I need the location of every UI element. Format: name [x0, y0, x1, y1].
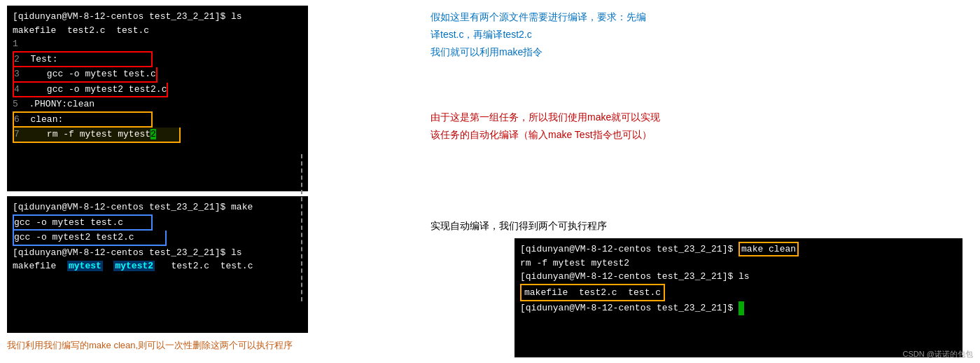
- annotation-make-result: 实现自动编译，我们得到两个可执行程序: [430, 217, 607, 235]
- makeclean-ls-result: makefile test2.c test.c: [520, 284, 665, 302]
- prompt-line: [qidunyan@VM-8-12-centos test_23_2_21]$ …: [13, 11, 242, 22]
- make-line1: gcc -o mytest test.c: [13, 214, 153, 231]
- makeclean-prompt: [qidunyan@VM-8-12-centos test_23_2_21]$ …: [520, 242, 799, 256]
- annotation-mid1: 由于这是第一组任务，所以我们使用make就可以实现: [430, 109, 660, 126]
- editor-terminal: [qidunyan@VM-8-12-centos test_23_2_21]$ …: [7, 6, 308, 191]
- make-ls-output: makefile mytest mytest2 test2.c test.c: [13, 261, 253, 271]
- line7: 7 rm -f mytest mytest2: [13, 128, 181, 143]
- annotation-line1: 假如这里有两个源文件需要进行编译，要求：先编: [430, 8, 646, 26]
- make-line2: gcc -o mytest2 test2.c: [13, 231, 167, 246]
- make-terminal: [qidunyan@VM-8-12-centos test_23_2_21]$ …: [7, 196, 308, 333]
- makeclean-rm: rm -f mytest mytest2: [520, 258, 629, 268]
- annotation-mid2: 该任务的自动化编译（输入make Test指令也可以）: [430, 126, 660, 144]
- line4: 4 gcc -o mytest2 test2.c: [13, 83, 168, 98]
- editor-content: [qidunyan@VM-8-12-centos test_23_2_21]$ …: [13, 10, 302, 143]
- makeclean-terminal: [qidunyan@VM-8-12-centos test_23_2_21]$ …: [514, 238, 962, 357]
- makeclean-ls-prompt: [qidunyan@VM-8-12-centos test_23_2_21]$ …: [520, 271, 750, 282]
- line6: 6 clean:: [13, 111, 153, 128]
- annotation-mid-right: 由于这是第一组任务，所以我们使用make就可以实现 该任务的自动化编译（输入ma…: [430, 109, 660, 144]
- annotation-bottom-text: 我们利用我们编写的make clean,则可以一次性删除这两个可以执行程序: [7, 338, 293, 353]
- makeclean-final-prompt: [qidunyan@VM-8-12-centos test_23_2_21]$: [520, 303, 744, 313]
- annotation-result: 实现自动编译，我们得到两个可执行程序: [430, 217, 607, 235]
- line2: 2 Test:: [13, 51, 153, 68]
- annotation-line2: 译test.c，再编译test2.c: [430, 26, 646, 43]
- makeclean-content: [qidunyan@VM-8-12-centos test_23_2_21]$ …: [520, 242, 957, 315]
- line3: 3 gcc -o mytest test.c: [13, 67, 158, 83]
- make-prompt: [qidunyan@VM-8-12-centos test_23_2_21]$ …: [13, 202, 253, 212]
- line5: 5 .PHONY:clean: [13, 99, 94, 109]
- annotation-bottom: 我们利用我们编写的make clean,则可以一次性删除这两个可以执行程序: [7, 338, 293, 353]
- line1: 1: [13, 39, 18, 49]
- annotation-top-right: 假如这里有两个源文件需要进行编译，要求：先编 译test.c，再编译test2.…: [430, 8, 646, 62]
- annotation-line3: 我们就可以利用make指令: [430, 43, 646, 61]
- make-content: [qidunyan@VM-8-12-centos test_23_2_21]$ …: [13, 200, 302, 273]
- watermark: CSDN @诺诺的包包: [903, 349, 973, 359]
- make-ls-prompt: [qidunyan@VM-8-12-centos test_23_2_21]$ …: [13, 247, 242, 258]
- ls-output: makefile test2.c test.c: [13, 25, 149, 36]
